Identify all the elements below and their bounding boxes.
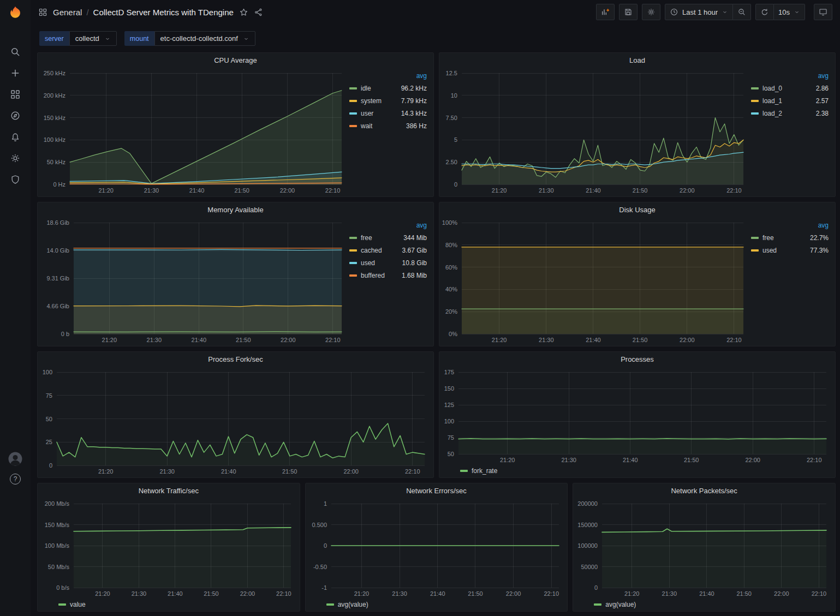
time-range-picker[interactable]: Last 1 hour [665, 4, 733, 20]
svg-text:21:50: 21:50 [282, 468, 297, 475]
explore-compass-icon[interactable] [0, 105, 31, 126]
disk-usage-chart[interactable]: 0%20%40%60%80%100%21:2021:3021:4021:5022… [442, 217, 750, 345]
svg-text:50: 50 [46, 416, 52, 422]
star-icon[interactable] [239, 8, 248, 17]
zoom-out-button[interactable] [733, 4, 751, 20]
svg-text:100%: 100% [442, 219, 457, 226]
panel-title[interactable]: CPU Average [38, 53, 433, 68]
refresh-button[interactable] [755, 4, 774, 20]
dashboard-title[interactable]: CollectD Server Metrics with TDengine [93, 8, 234, 17]
legend-stat-header: avg [349, 70, 427, 82]
panel-title[interactable]: Network Packets/sec [573, 483, 835, 498]
configuration-gear-icon[interactable] [0, 147, 31, 169]
svg-text:0.500: 0.500 [312, 522, 327, 528]
svg-text:5: 5 [454, 136, 457, 143]
navbar-actions: Last 1 hour 10s [596, 4, 832, 20]
legend-item-system[interactable]: system7.79 kHz [349, 94, 427, 107]
memory-available-chart[interactable]: 0 b4.66 Gib9.31 Gib14.0 Gib18.6 Gib21:20… [40, 217, 348, 345]
variable-server-label: server [39, 31, 69, 46]
legend-series-value: 14.3 kHz [396, 110, 427, 117]
panel-title[interactable]: Disk Usage [439, 202, 835, 217]
processes-legend: fork_rate [442, 465, 833, 476]
svg-text:0 b: 0 b [61, 331, 69, 337]
help-icon[interactable]: ? [10, 474, 21, 485]
legend-swatch [460, 470, 468, 472]
breadcrumb-folder[interactable]: General [53, 8, 82, 17]
svg-text:22:10: 22:10 [405, 468, 420, 475]
panel-title[interactable]: Network Errors/sec [306, 483, 568, 498]
legend-series-value: 2.38 [811, 110, 829, 117]
save-dashboard-button[interactable] [619, 4, 638, 20]
svg-text:22:10: 22:10 [544, 590, 559, 597]
legend-swatch [751, 100, 759, 102]
refresh-controls: 10s [755, 4, 805, 20]
panel-title-text: Disk Usage [619, 206, 655, 214]
network-traffic-legend: value [40, 599, 297, 610]
process-fork-chart[interactable]: 025507510021:2021:3021:4021:5022:0022:10 [40, 367, 431, 476]
legend-item-cached[interactable]: cached3.67 Gib [349, 244, 427, 256]
add-panel-button[interactable] [596, 4, 615, 20]
legend-series-name: load_1 [762, 97, 782, 105]
network-errors-chart[interactable]: -1-0.5000.500121:2021:3021:4021:5022:002… [308, 498, 565, 599]
panel-title[interactable]: Memory Available [38, 202, 433, 217]
alerting-bell-icon[interactable] [0, 126, 31, 147]
processes-chart[interactable]: 507510012515017521:2021:3021:4021:5022:0… [442, 367, 833, 465]
server-admin-shield-icon[interactable] [0, 169, 31, 190]
legend-item-load_0[interactable]: load_02.86 [751, 82, 829, 94]
legend-swatch [751, 112, 759, 115]
grafana-logo-icon[interactable] [7, 5, 23, 23]
panel-title[interactable]: Process Fork/sec [38, 352, 433, 367]
svg-text:21:40: 21:40 [623, 457, 638, 463]
svg-text:250 kHz: 250 kHz [44, 70, 65, 76]
search-icon[interactable] [0, 41, 31, 62]
svg-text:21:30: 21:30 [392, 590, 407, 597]
variable-mount-select[interactable]: etc-collectd-collectd.conf [154, 31, 255, 46]
network-packets-chart[interactable]: 05000010000015000020000021:2021:3021:402… [575, 498, 833, 599]
load-chart[interactable]: 02.5057.501012.521:2021:3021:4021:5022:0… [442, 68, 750, 195]
legend-item-fork_rate[interactable]: fork_rate [460, 465, 497, 476]
panel-title-text: Process Fork/sec [208, 355, 263, 363]
panel-title[interactable]: Network Traffic/sec [38, 483, 300, 498]
legend-item-free[interactable]: free22.7% [751, 231, 829, 244]
svg-text:75: 75 [448, 434, 454, 441]
legend-item-avgvalue[interactable]: avg(value) [326, 599, 368, 610]
legend-item-buffered[interactable]: buffered1.68 Mib [349, 269, 427, 282]
svg-text:21:30: 21:30 [159, 468, 175, 475]
network-traffic-chart[interactable]: 0 b/s50 Mb/s100 Mb/s150 Mb/s200 Mb/s21:2… [40, 498, 297, 599]
legend-item-load_2[interactable]: load_22.38 [751, 107, 829, 119]
svg-text:22:00: 22:00 [680, 187, 695, 194]
dashboards-icon[interactable] [0, 83, 31, 105]
create-plus-icon[interactable] [0, 62, 31, 83]
legend-item-used[interactable]: used77.3% [751, 244, 829, 256]
legend-item-wait[interactable]: wait386 Hz [349, 119, 427, 132]
time-controls: Last 1 hour [665, 4, 751, 20]
legend-item-idle[interactable]: idle96.2 kHz [349, 82, 427, 94]
disk-legend: avgfree22.7%used77.3% [750, 217, 833, 345]
legend-item-load_1[interactable]: load_12.57 [751, 94, 829, 107]
legend-item-avgvalue[interactable]: avg(value) [594, 599, 636, 610]
legend-item-free[interactable]: free344 Mib [349, 231, 427, 244]
cpu-average-chart[interactable]: 0 Hz50 kHz100 kHz150 kHz200 kHz250 kHz21… [40, 68, 348, 195]
user-avatar[interactable] [7, 451, 23, 467]
legend-series-name: idle [361, 85, 371, 92]
svg-text:150: 150 [444, 385, 454, 392]
svg-text:22:00: 22:00 [281, 337, 296, 343]
legend-swatch [751, 249, 759, 252]
legend-item-used[interactable]: used10.8 Gib [349, 256, 427, 269]
cycle-view-mode-button[interactable] [814, 4, 832, 20]
legend-series-value: 96.2 kHz [396, 85, 427, 92]
sidebar-bottom: ? [0, 451, 31, 485]
legend-series-name: buffered [361, 272, 385, 279]
panel-disk-usage: Disk Usage 0%20%40%60%80%100%21:2021:302… [439, 202, 836, 346]
share-icon[interactable] [254, 8, 263, 17]
variable-server-select[interactable]: collectd [69, 31, 117, 46]
variable-server: server collectd [39, 31, 117, 46]
panel-title[interactable]: Load [439, 53, 835, 68]
panel-title[interactable]: Processes [439, 352, 835, 367]
dashboard-grid-icon[interactable] [38, 8, 47, 17]
dashboard-settings-button[interactable] [642, 4, 660, 20]
legend-item-value[interactable]: value [58, 599, 86, 610]
panel-network-errors: Network Errors/sec -1-0.5000.500121:2021… [305, 483, 568, 612]
refresh-interval-dropdown[interactable]: 10s [774, 4, 805, 20]
legend-item-user[interactable]: user14.3 kHz [349, 107, 427, 119]
